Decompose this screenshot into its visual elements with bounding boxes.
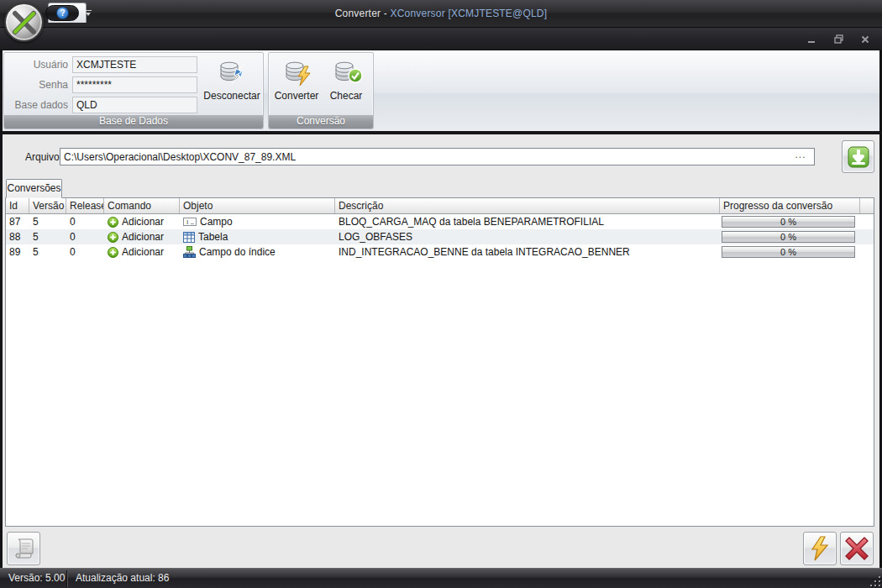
- database-field[interactable]: [72, 97, 197, 113]
- resize-grip[interactable]: [869, 575, 880, 586]
- main-content: Arquivo: ... Conversões Id Versão Releas…: [3, 131, 879, 568]
- load-file-button[interactable]: [842, 140, 874, 173]
- update-status: Atualização atual: 86: [76, 569, 169, 588]
- help-icon: ?: [56, 7, 69, 19]
- tab-conversoes[interactable]: Conversões: [6, 179, 62, 198]
- conversions-table: Id Versão Release Comando Objeto Descriç…: [5, 197, 874, 527]
- quick-access-dropdown[interactable]: [85, 10, 92, 18]
- title-bar: Converter - XConversor [XCMJTESTE@QLD]: [0, 0, 882, 28]
- check-button[interactable]: Checar: [323, 55, 370, 115]
- browse-button[interactable]: ...: [790, 150, 811, 164]
- app-logo-x-icon: [12, 10, 37, 35]
- user-label: Usuário: [4, 56, 68, 73]
- field-icon: I: [183, 217, 197, 227]
- table-row[interactable]: 89 5 0 Adicionar Campo do índice: [6, 244, 874, 260]
- convert-button[interactable]: Converter: [272, 55, 321, 115]
- table-row[interactable]: 88 5 0 Adicionar Tabela LOG_OBFASES: [6, 229, 874, 244]
- header-versao[interactable]: Versão: [29, 198, 66, 213]
- table-header: Id Versão Release Comando Objeto Descriç…: [6, 198, 874, 214]
- header-progresso[interactable]: Progresso da conversão: [720, 198, 860, 213]
- password-field[interactable]: [72, 76, 197, 93]
- add-icon: [108, 217, 118, 228]
- ribbon: Usuário Senha Base dados: [3, 50, 879, 131]
- file-path-input[interactable]: [60, 148, 815, 165]
- execute-button[interactable]: [803, 532, 837, 565]
- status-divider: [66, 570, 67, 587]
- database-check-icon: [332, 59, 360, 87]
- window-title: Converter - XConversor [XCMJTESTE@QLD]: [0, 8, 882, 19]
- ribbon-group-conversao: Converter Checar Conversão: [268, 52, 374, 129]
- add-icon: [108, 247, 118, 258]
- progress-bar: 0 %: [722, 216, 855, 228]
- index-field-icon: [183, 246, 196, 258]
- disconnect-button[interactable]: Desconectar: [201, 55, 263, 115]
- red-x-icon: [844, 536, 869, 561]
- progress-bar: 0 %: [722, 231, 855, 243]
- cancel-button[interactable]: [840, 532, 874, 565]
- group-label-base-de-dados: Base de Dados: [4, 115, 263, 129]
- lightning-icon: [810, 536, 830, 561]
- header-filler: [860, 198, 874, 213]
- progress-bar: 0 %: [722, 246, 855, 258]
- database-disconnect-icon: [218, 59, 246, 87]
- database-label: Base dados: [4, 97, 68, 113]
- status-bar: Versão: 5.00 Atualização atual: 86: [0, 568, 882, 588]
- download-icon: [847, 145, 870, 169]
- ribbon-group-base-de-dados: Usuário Senha Base dados: [3, 52, 264, 129]
- header-descricao[interactable]: Descrição: [335, 198, 720, 213]
- table-row[interactable]: 87 5 0 Adicionar I Campo BLOQ_CARGA_MAQ …: [6, 214, 874, 229]
- header-release[interactable]: Release: [66, 198, 104, 213]
- help-button[interactable]: ?: [45, 5, 79, 21]
- header-comando[interactable]: Comando: [104, 198, 180, 213]
- application-menu-button[interactable]: [4, 3, 44, 42]
- scroll-icon: [13, 537, 34, 560]
- user-field[interactable]: [72, 56, 197, 73]
- child-minimize-button[interactable]: [805, 34, 818, 45]
- version-status: Versão: 5.00: [8, 569, 65, 588]
- svg-text:I: I: [186, 218, 188, 226]
- header-objeto[interactable]: Objeto: [180, 198, 335, 213]
- ribbon-tab-strip: [0, 28, 882, 50]
- file-label: Arquivo:: [25, 151, 62, 163]
- table-icon: [183, 232, 195, 243]
- log-button[interactable]: [7, 532, 40, 565]
- database-convert-icon: [282, 59, 311, 87]
- password-label: Senha: [4, 76, 68, 93]
- child-restore-button[interactable]: [832, 34, 845, 45]
- child-close-button[interactable]: [858, 34, 872, 45]
- group-label-conversao: Conversão: [269, 115, 373, 129]
- header-id[interactable]: Id: [6, 198, 29, 213]
- add-icon: [108, 232, 118, 243]
